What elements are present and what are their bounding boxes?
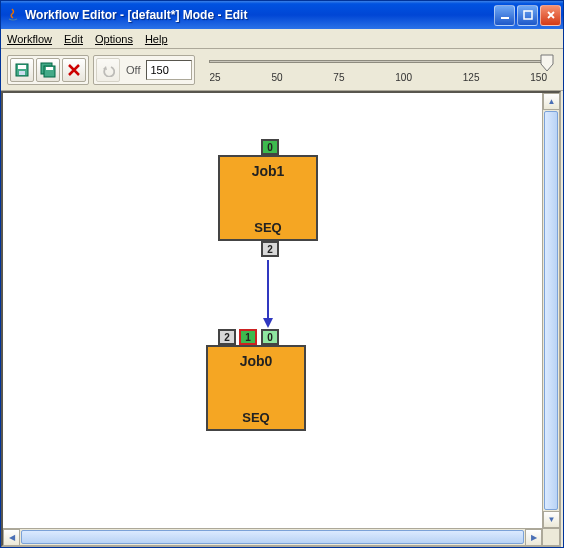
undo-button[interactable] (96, 58, 120, 82)
menu-help[interactable]: Help (145, 33, 168, 45)
node-job0-in-port-0[interactable]: 0 (261, 329, 279, 345)
tick-100: 100 (395, 72, 412, 83)
node-job0-in-port-1[interactable]: 1 (239, 329, 257, 345)
window-title: Workflow Editor - [default*] Mode - Edit (25, 8, 494, 22)
titlebar: Workflow Editor - [default*] Mode - Edit (1, 1, 563, 29)
save-button[interactable] (10, 58, 34, 82)
scroll-corner (542, 528, 559, 545)
canvas[interactable]: Job1 SEQ 0 2 Job0 SEQ 2 1 0 (3, 93, 542, 528)
menubar: Workflow Edit Options Help (1, 29, 563, 49)
tick-25: 25 (209, 72, 220, 83)
tick-50: 50 (271, 72, 282, 83)
off-label: Off (122, 64, 144, 76)
scroll-down-button[interactable]: ▼ (543, 511, 560, 528)
horizontal-scroll-thumb[interactable] (21, 530, 524, 544)
scroll-left-button[interactable]: ◀ (3, 529, 20, 546)
toolbar: Off 25 50 75 100 125 150 (1, 49, 563, 91)
edge-job1-job0-arrowhead (263, 318, 273, 328)
work-area: Job1 SEQ 0 2 Job0 SEQ 2 1 0 ▲ ▼ ◀ ▶ (1, 91, 561, 547)
node-job0[interactable]: Job0 SEQ 2 1 0 (206, 345, 306, 431)
edge-job1-job0 (267, 260, 269, 320)
svg-rect-7 (46, 67, 53, 70)
menu-options[interactable]: Options (95, 33, 133, 45)
delete-button[interactable] (62, 58, 86, 82)
save-all-button[interactable] (36, 58, 60, 82)
svg-rect-1 (524, 11, 532, 19)
node-job1-title: Job1 (220, 157, 316, 179)
horizontal-scrollbar[interactable]: ◀ ▶ (3, 528, 542, 545)
node-job0-title: Job0 (208, 347, 304, 369)
zoom-slider[interactable]: 25 50 75 100 125 150 (199, 56, 557, 83)
tick-75: 75 (333, 72, 344, 83)
node-job0-in-port-2[interactable]: 2 (218, 329, 236, 345)
menu-edit[interactable]: Edit (64, 33, 83, 45)
toolbar-group-edit: Off (93, 55, 195, 85)
scroll-up-button[interactable]: ▲ (543, 93, 560, 110)
toolbar-group-file (7, 55, 89, 85)
vertical-scroll-thumb[interactable] (544, 111, 558, 510)
node-job1-in-port-0[interactable]: 0 (261, 139, 279, 155)
zoom-input[interactable] (146, 60, 192, 80)
svg-rect-0 (501, 17, 509, 19)
close-button[interactable] (540, 5, 561, 26)
tick-125: 125 (463, 72, 480, 83)
java-app-icon (5, 7, 21, 23)
window-controls (494, 5, 561, 26)
slider-labels: 25 50 75 100 125 150 (209, 72, 547, 83)
svg-rect-3 (18, 65, 26, 69)
node-job1[interactable]: Job1 SEQ 0 2 (218, 155, 318, 241)
minimize-button[interactable] (494, 5, 515, 26)
svg-rect-4 (19, 71, 25, 75)
tick-150: 150 (530, 72, 547, 83)
menu-workflow[interactable]: Workflow (7, 33, 52, 45)
slider-thumb[interactable] (540, 54, 554, 70)
scroll-right-button[interactable]: ▶ (525, 529, 542, 546)
maximize-button[interactable] (517, 5, 538, 26)
vertical-scrollbar[interactable]: ▲ ▼ (542, 93, 559, 528)
node-job1-out-port-2[interactable]: 2 (261, 241, 279, 257)
node-job0-mode: SEQ (208, 410, 304, 425)
node-job1-mode: SEQ (220, 220, 316, 235)
